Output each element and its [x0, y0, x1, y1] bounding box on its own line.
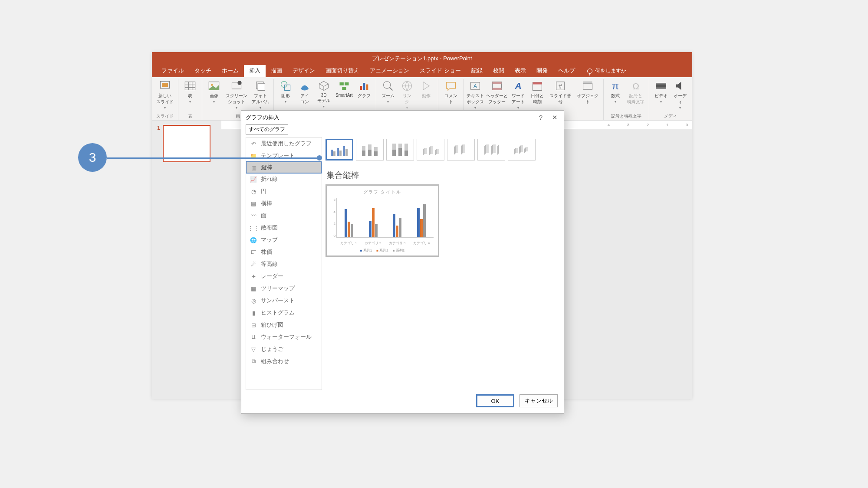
chart-type-17[interactable]: ▽じょうご: [246, 343, 322, 355]
smartart-icon: [338, 80, 350, 92]
subtype-100-stacked-column[interactable]: [386, 139, 414, 160]
svg-rect-60: [463, 144, 465, 153]
svg-rect-17: [342, 87, 346, 90]
action-button[interactable]: 動作: [417, 79, 435, 100]
comment-button[interactable]: コメント: [441, 79, 460, 106]
chart-type-icon: ▥: [250, 164, 258, 171]
3d-models-button[interactable]: 3D モデル▾: [315, 79, 333, 109]
calendar-icon: [531, 80, 543, 92]
tab-file[interactable]: ファイル: [156, 65, 189, 77]
dialog-close-button[interactable]: ✕: [549, 114, 560, 121]
bulb-icon: [587, 69, 592, 74]
chart-type-2[interactable]: ▥縦棒: [246, 161, 322, 174]
screenshot-button[interactable]: スクリーン ショット▾: [224, 79, 249, 111]
svg-rect-62: [493, 144, 496, 153]
chart-button[interactable]: グラフ: [355, 79, 373, 100]
chart-type-3[interactable]: 📈折れ線: [246, 173, 322, 185]
datetime-button[interactable]: 日付と 時刻: [528, 79, 546, 106]
chart-type-15[interactable]: ⊟箱ひげ図: [246, 319, 322, 331]
svg-rect-27: [492, 82, 501, 84]
smartart-button[interactable]: SmartArt: [334, 79, 354, 98]
audio-icon: [674, 80, 686, 92]
textbox-button[interactable]: Aテキスト ボックス▾: [466, 79, 485, 111]
tab-design[interactable]: デザイン: [287, 65, 320, 77]
chart-type-7[interactable]: ⋮⋮散布図: [246, 222, 322, 234]
video-button[interactable]: ビデオ▾: [652, 79, 670, 105]
callout-line: [107, 157, 318, 159]
svg-rect-52: [374, 151, 378, 156]
image-button[interactable]: 画像▾: [205, 79, 223, 105]
new-slide-button[interactable]: 新しい スライド▾: [155, 79, 175, 111]
ok-button[interactable]: OK: [476, 394, 514, 407]
svg-rect-2: [185, 82, 195, 90]
dialog-tab[interactable]: すべてのグラフ: [246, 124, 564, 134]
table-button[interactable]: 表▾: [181, 79, 199, 105]
omega-icon: Ω: [630, 80, 642, 92]
tab-animations[interactable]: アニメーション: [365, 65, 414, 77]
dialog-help-button[interactable]: ?: [536, 114, 545, 121]
slide-number-button[interactable]: #スライド番号: [547, 79, 574, 106]
tab-touch[interactable]: タッチ: [189, 65, 217, 77]
icons-button[interactable]: アイ コン: [296, 79, 314, 106]
photo-album-button[interactable]: フォト アルバム▾: [250, 79, 271, 111]
chart-type-18[interactable]: ⧉組み合わせ: [246, 355, 322, 367]
chart-type-1[interactable]: 📁テンプレート: [246, 150, 322, 162]
equation-button[interactable]: π数式▾: [606, 79, 625, 105]
cancel-button[interactable]: キャンセル: [519, 394, 558, 407]
symbol-button[interactable]: Ω記号と 特殊文字: [625, 79, 646, 106]
y-axis: 6420: [329, 198, 335, 238]
chart-type-0[interactable]: ↶最近使用したグラフ: [246, 138, 322, 150]
svg-rect-46: [345, 149, 348, 156]
subtype-3d-stacked[interactable]: [447, 139, 475, 160]
chart-type-11[interactable]: ✦レーダー: [246, 270, 322, 282]
zoom-button[interactable]: ズーム▾: [379, 79, 397, 105]
wordart-button[interactable]: Aワード アート▾: [509, 79, 527, 111]
chart-type-4[interactable]: ◔円: [246, 185, 322, 197]
header-footer-button[interactable]: ヘッダーと フッター: [486, 79, 508, 106]
subtype-stacked-column[interactable]: [356, 139, 384, 160]
audio-button[interactable]: オーディ▾: [671, 79, 689, 111]
chart-type-12[interactable]: ▦ツリーマップ: [246, 282, 322, 295]
tab-record[interactable]: 記録: [466, 65, 488, 77]
chart-type-icon: ⧉: [250, 357, 257, 365]
chart-type-13[interactable]: ◎サンバースト: [246, 295, 322, 307]
svg-rect-44: [339, 151, 342, 156]
tab-help[interactable]: ヘルプ: [553, 65, 580, 77]
chart-type-16[interactable]: ⇊ウォーターフォール: [246, 331, 322, 343]
shapes-button[interactable]: 図形▾: [276, 79, 295, 105]
svg-rect-14: [285, 85, 290, 91]
tab-home[interactable]: ホーム: [217, 65, 244, 77]
subtype-3d-100-stacked[interactable]: [477, 139, 505, 160]
chart-preview[interactable]: グラフ タイトル 6420 カテゴリ 1カテゴリ 2カテゴリ 3カテゴリ 4 系…: [326, 184, 439, 257]
chart-type-14[interactable]: ▮ヒストグラム: [246, 307, 322, 319]
subtype-3d-clustered[interactable]: [417, 139, 444, 160]
chart-type-icon: ◔: [250, 187, 257, 195]
subtype-3d-column[interactable]: [508, 139, 536, 160]
tab-transitions[interactable]: 画面切り替え: [320, 65, 365, 77]
link-icon: [401, 80, 413, 92]
chart-type-list: ↶最近使用したグラフ📁テンプレート▥縦棒📈折れ線◔円▤横棒〰面⋮⋮散布図🌐マップ…: [246, 137, 322, 390]
tab-review[interactable]: 校閲: [488, 65, 510, 77]
tab-view[interactable]: 表示: [510, 65, 531, 77]
chart-type-icon: ✦: [250, 272, 257, 280]
chart-type-10[interactable]: ☄等高線: [246, 258, 322, 270]
chart-type-icon: ▤: [250, 200, 257, 207]
subtype-clustered-column[interactable]: [326, 139, 353, 160]
tab-insert[interactable]: 挿入: [244, 65, 266, 77]
tell-me[interactable]: 何をしますか: [580, 67, 630, 77]
tab-draw[interactable]: 描画: [266, 65, 287, 77]
chart-type-8[interactable]: 🌐マップ: [246, 234, 322, 246]
object-button[interactable]: オブジェクト: [574, 79, 601, 106]
tab-developer[interactable]: 開発: [531, 65, 553, 77]
header-icon: [491, 80, 503, 92]
chart-type-6[interactable]: 〰面: [246, 210, 322, 222]
tab-slideshow[interactable]: スライド ショー: [414, 65, 466, 77]
window-title: プレゼンテーション1.pptx - PowerPoint: [372, 55, 472, 62]
slide-thumbnail-1[interactable]: [163, 125, 210, 162]
chart-type-icon: ⇊: [250, 333, 257, 341]
chart-type-9[interactable]: ⫍株価: [246, 246, 322, 258]
svg-rect-54: [392, 150, 396, 156]
image-icon: [208, 80, 220, 92]
link-button[interactable]: リン ク▾: [398, 79, 416, 111]
chart-type-5[interactable]: ▤横棒: [246, 197, 322, 210]
